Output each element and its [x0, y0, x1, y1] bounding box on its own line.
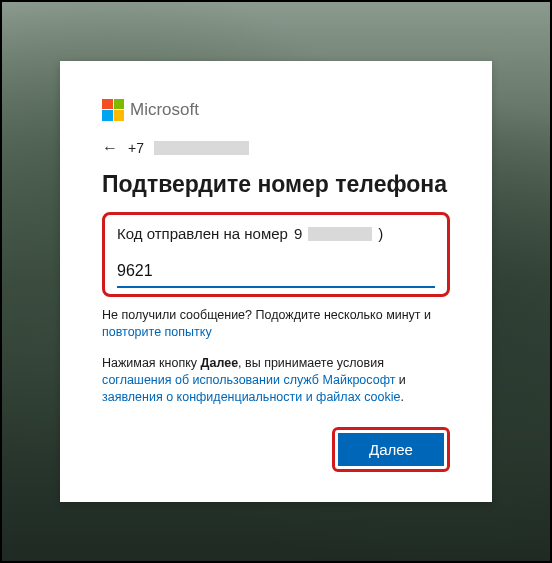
sent-last: ) — [378, 225, 383, 242]
sent-number-start: 9 — [294, 225, 302, 242]
verify-phone-dialog: Microsoft ← +7 Подтвердите номер телефон… — [60, 61, 492, 503]
brand-row: Microsoft — [102, 99, 450, 121]
redacted-phone — [154, 141, 249, 155]
back-arrow-icon[interactable]: ← — [102, 139, 118, 157]
phone-prefix: +7 — [128, 140, 144, 156]
code-sent-label: Код отправлен на номер 9 ) — [117, 225, 435, 242]
sent-text: Код отправлен на номер — [117, 225, 288, 242]
services-agreement-link[interactable]: соглашения об использовании служб Майкро… — [102, 373, 395, 387]
back-account-row[interactable]: ← +7 — [102, 139, 450, 157]
highlight-code-area: Код отправлен на номер 9 ) — [102, 212, 450, 297]
highlight-next-button: Далее — [332, 427, 450, 472]
button-row: Далее — [102, 427, 450, 472]
brand-label: Microsoft — [130, 100, 199, 120]
microsoft-logo-icon — [102, 99, 124, 121]
terms-text: Нажимая кнопку Далее, вы принимаете усло… — [102, 355, 450, 406]
next-button[interactable]: Далее — [338, 433, 444, 466]
privacy-cookies-link[interactable]: заявления о конфиденциальности и файлах … — [102, 390, 400, 404]
verification-code-input[interactable] — [117, 258, 435, 288]
retry-link[interactable]: повторите попытку — [102, 325, 212, 339]
redacted-number — [308, 227, 372, 241]
resend-hint: Не получили сообщение? Подождите несколь… — [102, 307, 450, 341]
page-title: Подтвердите номер телефона — [102, 171, 450, 199]
